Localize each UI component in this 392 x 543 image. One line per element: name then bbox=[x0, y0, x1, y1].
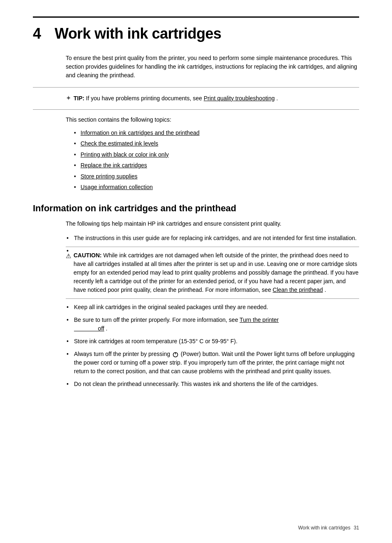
bullet-text-3: Keep all ink cartridges in the original … bbox=[74, 304, 268, 310]
list-item: Usage information collection bbox=[74, 183, 359, 192]
chapter-title-text: Work with ink cartridges bbox=[55, 25, 221, 42]
tip-text: TIP: If you have problems printing docum… bbox=[74, 94, 278, 103]
list-item: Replace the ink cartridges bbox=[74, 161, 359, 170]
list-item: Printing with black or color ink only bbox=[74, 150, 359, 159]
topic-link-6[interactable]: Usage information collection bbox=[81, 184, 153, 190]
subsection-bullet-list: The instructions in this user guide are … bbox=[66, 234, 359, 388]
tip-bottom-divider bbox=[33, 109, 359, 110]
caution-link[interactable]: Clean the printhead bbox=[273, 287, 323, 293]
footer-section-name: Work with ink cartridges bbox=[298, 525, 350, 531]
caution-text: CAUTION: While ink cartridges are not da… bbox=[74, 251, 359, 294]
bullet-text-5: Store ink cartridges at room temperature… bbox=[74, 338, 238, 344]
topic-link-4[interactable]: Replace the ink cartridges bbox=[81, 162, 147, 169]
footer-page-number: 31 bbox=[354, 525, 359, 531]
chapter-title: 4 Work with ink cartridges bbox=[33, 25, 359, 42]
tip-box: ✦ TIP: If you have problems printing doc… bbox=[66, 92, 326, 105]
bullet-text-6-before: Always turn off the printer by pressing bbox=[74, 351, 172, 357]
list-item: Keep all ink cartridges in the original … bbox=[66, 303, 359, 312]
topic-link-1[interactable]: Information on ink cartridges and the pr… bbox=[81, 129, 200, 136]
tip-label: TIP: bbox=[74, 95, 84, 102]
list-item: Always turn off the printer by pressing … bbox=[66, 350, 359, 376]
caution-list-item: ⚠ CAUTION: While ink cartridges are not … bbox=[66, 247, 359, 299]
chapter-number: 4 bbox=[33, 25, 41, 42]
list-item: Be sure to turn off the printer properly… bbox=[66, 316, 359, 333]
bullet-text-1: The instructions in this user guide are … bbox=[74, 235, 357, 241]
tip-link[interactable]: Print quality troubleshooting bbox=[204, 95, 275, 102]
section-intro: This section contains the following topi… bbox=[66, 116, 359, 124]
list-item: Check the estimated ink levels bbox=[74, 139, 359, 148]
top-border bbox=[33, 16, 359, 18]
topic-link-5[interactable]: Store printing supplies bbox=[81, 173, 138, 180]
tip-end: . bbox=[276, 95, 278, 102]
page: 4 Work with ink cartridges To ensure the… bbox=[0, 0, 392, 543]
topic-link-3[interactable]: Printing with black or color ink only bbox=[81, 151, 169, 158]
bullet-text-4-end: . bbox=[106, 325, 108, 332]
subsection-intro: The following tips help maintain HP ink … bbox=[66, 220, 359, 228]
bullet-text-7: Do not clean the printhead unnecessarily… bbox=[74, 381, 318, 387]
caution-box: ⚠ CAUTION: While ink cartridges are not … bbox=[66, 247, 359, 299]
tip-text-content: If you have problems printing documents,… bbox=[86, 95, 203, 102]
caution-triangle-icon: ⚠ bbox=[66, 252, 71, 261]
tip-top-divider bbox=[33, 87, 359, 88]
footer: Work with ink cartridges 31 bbox=[0, 525, 392, 531]
topic-link-2[interactable]: Check the estimated ink levels bbox=[81, 140, 158, 147]
list-item: Store printing supplies bbox=[74, 172, 359, 181]
caution-content: ⚠ CAUTION: While ink cartridges are not … bbox=[66, 251, 359, 294]
subsection-heading: Information on ink cartridges and the pr… bbox=[33, 203, 359, 214]
tip-icon: ✦ bbox=[66, 94, 71, 102]
caution-label: CAUTION: bbox=[74, 252, 101, 259]
power-icon bbox=[172, 351, 179, 358]
list-item: Do not clean the printhead unnecessarily… bbox=[66, 380, 359, 388]
list-item: Information on ink cartridges and the pr… bbox=[74, 128, 359, 137]
intro-paragraph: To ensure the best print quality from th… bbox=[66, 54, 359, 80]
list-item: Store ink cartridges at room temperature… bbox=[66, 337, 359, 346]
caution-end: . bbox=[325, 287, 326, 293]
list-item: The instructions in this user guide are … bbox=[66, 234, 359, 243]
topics-list: Information on ink cartridges and the pr… bbox=[74, 128, 359, 192]
bullet-text-4: Be sure to turn off the printer properly… bbox=[74, 317, 240, 323]
